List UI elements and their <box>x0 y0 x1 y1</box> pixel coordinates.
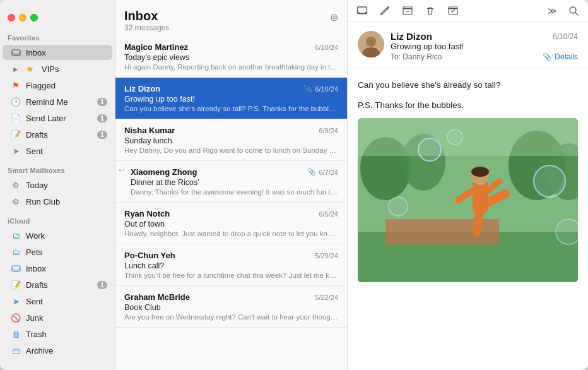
vips-label: VIPs <box>42 64 107 74</box>
maximize-button[interactable] <box>30 14 38 21</box>
email-item-pochun[interactable]: Po-Chun Yeh 5/29/24 Lunch call? Think yo… <box>115 244 347 286</box>
svg-point-27 <box>418 138 441 161</box>
search-toolbar-icon[interactable] <box>568 6 579 16</box>
minimize-button[interactable] <box>19 14 26 21</box>
sidebar-item-inbox[interactable]: Inbox <box>3 45 112 60</box>
sidebar-item-send-later[interactable]: 📄 Send Later 1 <box>3 110 112 126</box>
replied-icon: ↩ <box>119 166 124 174</box>
subject-graham: Book Club <box>124 303 338 312</box>
today-icon: ⚙ <box>10 179 21 191</box>
date-pochun: 5/29/24 <box>315 252 338 260</box>
inbox2-icon <box>10 263 21 274</box>
date-xiaomeng: 6/7/24 <box>319 169 338 176</box>
sidebar-item-trash[interactable]: 🗑 Trash <box>3 326 112 342</box>
detail-header: Liz Dizon 6/10/24 Growing up too fast! T… <box>348 22 588 68</box>
detail-body: Can you believe she's already so tall? P… <box>348 68 588 370</box>
preview-magico: Hi again Danny, Reporting back on anothe… <box>124 63 338 71</box>
archive-label: Archive <box>26 346 107 355</box>
vips-chevron: ▶ <box>10 63 21 75</box>
filter-icon[interactable]: ⊜ <box>330 11 338 23</box>
email-item-liz[interactable]: Liz Dizon 📎 6/10/24 Growing up too fast!… <box>115 78 347 119</box>
archive-box-icon[interactable] <box>402 5 413 16</box>
message-count: 32 messages <box>124 23 169 32</box>
delete-icon[interactable] <box>425 5 436 16</box>
flagged-label: Flagged <box>26 81 107 90</box>
sidebar-item-archive[interactable]: 🗃 Archive <box>3 343 112 358</box>
date-nisha: 6/9/24 <box>319 127 338 134</box>
sender-pochun: Po-Chun Yeh <box>124 251 175 260</box>
svg-line-23 <box>477 206 480 232</box>
attachment-indicator-xiaomeng: 📎 <box>307 168 316 176</box>
svg-point-35 <box>447 129 462 145</box>
email-item-nisha[interactable]: Nisha Kumar 6/9/24 Sunday lunch Hey Dann… <box>115 119 347 161</box>
clock-icon: 🕐 <box>10 96 21 107</box>
sidebar-item-flagged[interactable]: ⚑ Flagged <box>3 78 112 93</box>
drafts2-badge: 1 <box>97 281 107 289</box>
send-later-icon: 📄 <box>10 112 21 124</box>
favorites-label: Favorites <box>0 27 115 44</box>
sender-xiaomeng: Xiaomeng Zhong <box>131 167 197 177</box>
drafts-label: Drafts <box>26 130 97 140</box>
sidebar-item-work[interactable]: 🗂 Work <box>3 228 112 243</box>
sidebar-item-drafts[interactable]: 📝 Drafts 1 <box>3 127 112 142</box>
folder-icon-work: 🗂 <box>10 230 21 241</box>
preview-liz: Can you believe she's already so tall? P… <box>124 105 338 112</box>
preview-xiaomeng: Danny, Thanks for the awesome evening! I… <box>124 188 338 196</box>
sidebar-item-inbox2[interactable]: Inbox <box>3 261 112 276</box>
sidebar-item-remind-me[interactable]: 🕐 Remind Me 1 <box>3 94 112 109</box>
subject-liz: Growing up too fast! <box>124 95 338 104</box>
email-item-magico[interactable]: Magico Martinez 6/10/24 Today's epic vie… <box>115 36 347 78</box>
sent-icon: ➤ <box>10 145 21 157</box>
detail-panel: ≫ Liz Dizon 6/10/24 <box>348 0 588 370</box>
subject-pochun: Lunch call? <box>124 261 338 270</box>
sender-avatar <box>358 31 384 57</box>
archive-icon: 🗃 <box>10 345 21 356</box>
email-list: Magico Martinez 6/10/24 Today's epic vie… <box>115 36 347 370</box>
svg-point-7 <box>570 7 576 13</box>
smart-mailboxes-label: Smart Mailboxes <box>0 159 115 177</box>
preview-pochun: Think you'll be free for a lunchtime cha… <box>124 272 338 279</box>
svg-point-31 <box>389 197 408 216</box>
run-club-label: Run Club <box>26 197 107 206</box>
email-item-graham[interactable]: Graham McBride 5/22/24 Book Club Are you… <box>115 286 347 328</box>
detail-sender-name: Liz Dizon <box>391 31 432 42</box>
detail-date: 6/10/24 <box>553 32 578 41</box>
sidebar-item-sent2[interactable]: ➤ Sent <box>3 294 112 309</box>
svg-rect-6 <box>449 7 457 9</box>
sidebar-item-junk[interactable]: 🚫 Junk <box>3 310 112 325</box>
drafts-icon: 📝 <box>10 129 21 140</box>
sender-ryan: Ryan Notch <box>124 209 170 218</box>
detail-to: To: Danny Rico <box>391 52 442 61</box>
message-icon[interactable] <box>356 5 368 16</box>
sidebar-item-vips[interactable]: ▶ ★ VIPs <box>3 61 112 76</box>
email-list-title-group: Inbox 32 messages <box>124 9 169 32</box>
sender-graham: Graham McBride <box>124 292 190 302</box>
junk-toolbar-icon[interactable] <box>447 5 459 16</box>
sidebar-item-pets[interactable]: 🗂 Pets <box>3 244 112 260</box>
pets-label: Pets <box>26 248 107 257</box>
traffic-lights <box>0 8 115 27</box>
sidebar-item-run-club[interactable]: ⚙ Run Club <box>3 194 112 209</box>
flag-icon: ⚑ <box>10 80 21 91</box>
preview-graham: Are you free on Wednesday night? Can't w… <box>124 313 338 321</box>
detail-header-info: Liz Dizon 6/10/24 Growing up too fast! T… <box>391 31 578 61</box>
icloud-label: iCloud <box>0 210 115 227</box>
sent-label: Sent <box>26 146 107 156</box>
sidebar-item-drafts2[interactable]: 📝 Drafts 1 <box>3 277 112 292</box>
sender-nisha: Nisha Kumar <box>124 126 175 135</box>
compose-icon[interactable] <box>379 5 391 16</box>
sidebar-item-sent[interactable]: ➤ Sent <box>3 143 112 158</box>
sidebar-item-today[interactable]: ⚙ Today <box>3 177 112 193</box>
more-actions-icon[interactable]: ≫ <box>548 6 557 16</box>
svg-point-21 <box>471 167 489 177</box>
svg-point-29 <box>534 165 565 197</box>
trash-label: Trash <box>26 330 107 339</box>
details-link[interactable]: Details <box>555 52 578 61</box>
sidebar: Favorites Inbox ▶ ★ VIPs ⚑ Flagged 🕐 Rem… <box>0 0 115 370</box>
close-button[interactable] <box>8 14 15 21</box>
svg-rect-4 <box>403 7 412 9</box>
email-item-xiaomeng[interactable]: ↩ Xiaomeng Zhong 📎 6/7/24 Dinner at the … <box>115 161 347 203</box>
detail-attachment-row: 📎 Details <box>543 52 578 61</box>
svg-rect-16 <box>358 118 578 156</box>
email-item-ryan[interactable]: Ryan Notch 6/5/24 Out of town Howdy, nei… <box>115 203 347 244</box>
